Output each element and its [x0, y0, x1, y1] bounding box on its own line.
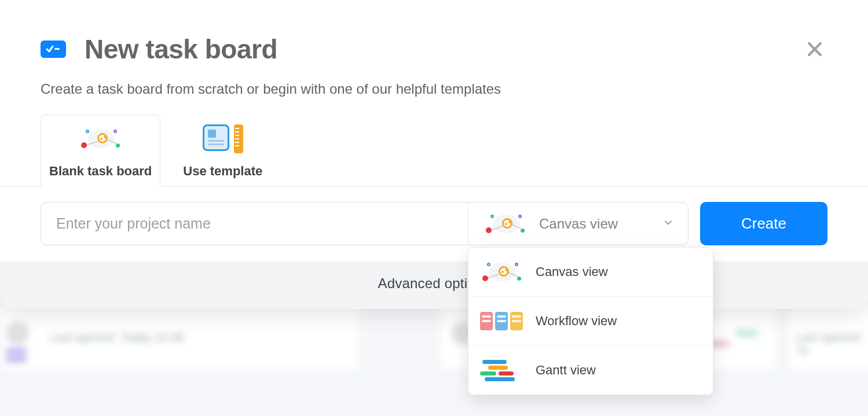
view-type-dropdown: Canvas view Workflow view Gantt view	[468, 247, 713, 395]
option-label: Gantt view	[536, 362, 596, 379]
view-option-canvas[interactable]: Canvas view	[468, 248, 713, 296]
modal-title: New task board	[85, 34, 277, 65]
view-option-gantt[interactable]: Gantt view	[468, 345, 713, 395]
new-task-board-modal: New task board Create a task board from …	[0, 0, 868, 309]
modal-subtitle: Create a task board from scratch or begi…	[0, 81, 868, 115]
canvas-view-icon	[479, 259, 525, 285]
canvas-view-icon	[482, 212, 529, 235]
project-field-group: Canvas view Canvas view	[41, 202, 688, 245]
bg-left-meta: Last opened: Today 16:38	[50, 331, 184, 344]
gantt-view-icon	[479, 358, 525, 383]
tab-label: Use template	[183, 164, 262, 179]
svg-rect-0	[54, 48, 60, 50]
create-form-row: Canvas view Canvas view	[0, 187, 868, 262]
modal-header: New task board	[0, 0, 868, 81]
project-name-input[interactable]	[41, 203, 468, 245]
template-icon	[195, 123, 251, 154]
view-option-workflow[interactable]: Workflow view	[468, 296, 713, 345]
chevron-down-icon	[662, 217, 674, 231]
close-icon	[805, 39, 825, 59]
creation-mode-tabs: Blank task board Use template	[0, 115, 868, 187]
blank-board-icon	[73, 123, 129, 154]
option-label: Canvas view	[536, 263, 608, 281]
tab-label: Blank task board	[49, 164, 152, 179]
workflow-view-icon	[479, 308, 525, 334]
tab-blank-board[interactable]: Blank task board	[41, 115, 160, 187]
tab-use-template[interactable]: Use template	[174, 115, 271, 187]
task-board-icon	[41, 41, 66, 58]
close-button[interactable]	[802, 36, 827, 62]
advanced-options-toggle[interactable]: Advanced options	[0, 262, 868, 309]
create-button[interactable]: Create	[700, 202, 827, 245]
option-label: Workflow view	[536, 312, 617, 330]
view-type-select[interactable]: Canvas view Canvas view	[468, 203, 688, 245]
bg-right-meta: Last opened: To	[796, 331, 868, 358]
view-select-value: Canvas view	[539, 216, 652, 232]
